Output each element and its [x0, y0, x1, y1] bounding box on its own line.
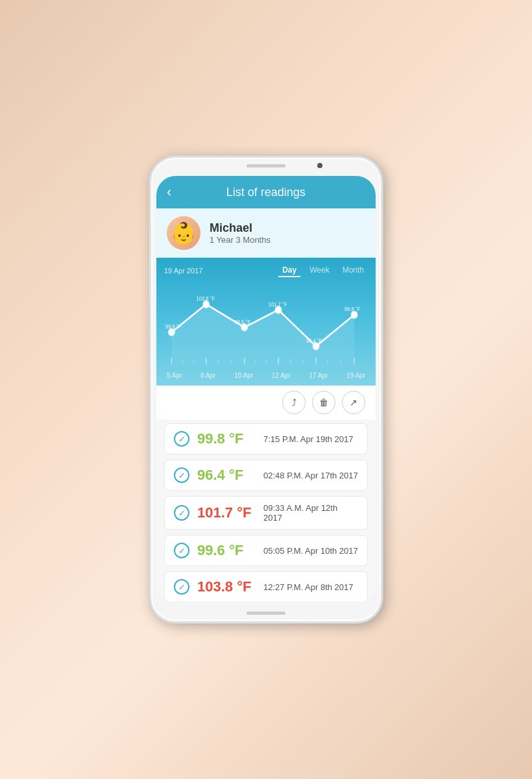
reading-item[interactable]: ✓96.4 °F02:48 P.M. Apr 17th 2017 [164, 460, 368, 491]
profile-age: 1 Year 3 Months [210, 235, 271, 245]
app-header: ‹ List of readings [156, 176, 376, 208]
scene: ‹ List of readings 👶 Michael 1 Year 3 Mo… [0, 0, 532, 779]
delete-button[interactable]: 🗑 [312, 391, 335, 414]
profile-section: 👶 Michael 1 Year 3 Months [156, 208, 376, 258]
readings-list[interactable]: ✓99.8 °F7:15 P.M. Apr 19th 2017✓96.4 °F0… [156, 419, 376, 603]
x-label-5: 17 Apr [309, 372, 328, 379]
export-button[interactable]: ↗ [342, 391, 365, 414]
x-label-3: 10 Apr [234, 372, 253, 379]
reading-temperature: 99.8 °F [197, 430, 256, 447]
page-title: List of readings [179, 186, 352, 199]
reading-check-icon: ✓ [174, 431, 189, 447]
reading-item[interactable]: ✓99.8 °F7:15 P.M. Apr 19th 2017 [164, 423, 368, 454]
reading-time: 05:05 P.M. Apr 10th 2017 [263, 546, 358, 556]
chart-section: 19 Apr 2017 Day Week Month [156, 258, 376, 386]
reading-time: 09:33 A.M. Apr 12th 2017 [263, 503, 358, 523]
svg-text:96.4 °F: 96.4 °F [306, 338, 322, 345]
reading-check-icon: ✓ [174, 543, 189, 558]
chart-x-labels: 5 Apr 8 Apr 10 Apr 12 Apr 17 Apr 19 Apr [164, 371, 368, 379]
svg-text:99.6 °F: 99.6 °F [234, 319, 250, 325]
chart-svg: 99.8 °F 103.8 °F 99.6 °F 101.7 °F 96.4 °… [164, 280, 368, 371]
reading-temperature: 99.6 °F [197, 542, 256, 559]
x-label-1: 5 Apr [167, 372, 182, 379]
reading-time: 02:48 P.M. Apr 17th 2017 [263, 471, 358, 480]
phone-speaker [247, 164, 285, 167]
avatar-emoji: 👶 [171, 221, 197, 245]
tab-day[interactable]: Day [278, 264, 300, 277]
reading-temperature: 96.4 °F [197, 467, 256, 484]
chart-area: 99.8 °F 103.8 °F 99.6 °F 101.7 °F 96.4 °… [164, 280, 368, 371]
x-label-4: 12 Apr [272, 372, 291, 379]
reading-check-icon: ✓ [174, 505, 189, 521]
reading-check-icon: ✓ [174, 579, 189, 595]
x-label-6: 19 Apr [346, 372, 365, 379]
reading-temperature: 101.7 °F [197, 504, 256, 521]
phone-screen: ‹ List of readings 👶 Michael 1 Year 3 Mo… [156, 176, 376, 603]
reading-item[interactable]: ✓103.8 °F12:27 P.M. Apr 8th 2017 [164, 571, 368, 602]
delete-icon: 🗑 [319, 397, 328, 408]
phone-side-button-1 [381, 262, 383, 294]
share-button[interactable]: ⤴ [282, 391, 306, 414]
svg-text:99.8 °F: 99.8 °F [165, 324, 182, 330]
x-label-2: 8 Apr [200, 372, 215, 379]
tab-week[interactable]: Week [306, 264, 333, 277]
action-bar: ⤴ 🗑 ↗ [156, 386, 376, 419]
profile-name: Michael [210, 221, 271, 235]
back-button[interactable]: ‹ [167, 184, 171, 201]
phone-bottom-bar [247, 612, 285, 615]
reading-item[interactable]: ✓101.7 °F09:33 A.M. Apr 12th 2017 [164, 496, 368, 530]
chart-tabs: Day Week Month [278, 264, 368, 277]
phone-camera [317, 163, 322, 168]
chart-header: 19 Apr 2017 Day Week Month [164, 264, 368, 277]
avatar: 👶 [167, 216, 200, 250]
reading-time: 7:15 P.M. Apr 19th 2017 [263, 434, 354, 444]
share-icon: ⤴ [292, 397, 296, 408]
svg-text:103.8 °F: 103.8 °F [196, 296, 215, 303]
reading-temperature: 103.8 °F [197, 578, 256, 595]
reading-item[interactable]: ✓99.6 °F05:05 P.M. Apr 10th 2017 [164, 535, 368, 566]
reading-time: 12:27 P.M. Apr 8th 2017 [263, 582, 354, 592]
phone-side-button-2 [381, 301, 383, 352]
export-icon: ↗ [350, 397, 357, 408]
svg-text:99.8 °F: 99.8 °F [345, 306, 361, 313]
svg-text:101.7 °F: 101.7 °F [269, 302, 287, 308]
phone-shell: ‹ List of readings 👶 Michael 1 Year 3 Mo… [149, 156, 383, 623]
chart-date: 19 Apr 2017 [164, 267, 202, 275]
reading-check-icon: ✓ [174, 467, 189, 483]
tab-month[interactable]: Month [339, 264, 368, 277]
profile-info: Michael 1 Year 3 Months [210, 221, 271, 245]
